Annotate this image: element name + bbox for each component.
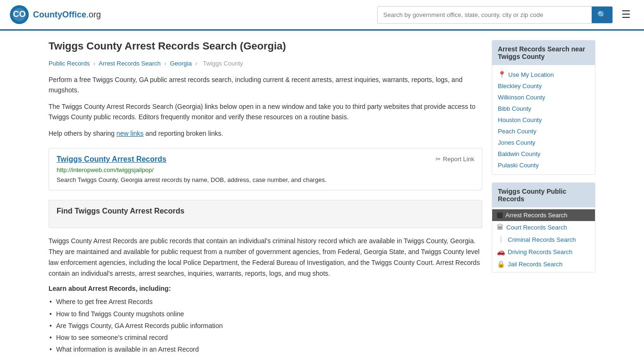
record-card-header: Twiggs County Arrest Records ✂ Report Li…	[57, 155, 474, 164]
court-icon: 🏛	[497, 223, 504, 231]
breadcrumb-arrest-records[interactable]: Arrest Records Search	[99, 60, 161, 67]
header: CO CountyOffice.org 🔍 ☰	[0, 0, 644, 31]
record-url[interactable]: http://interopweb.com/twiggsjailpop/	[57, 166, 474, 173]
hamburger-menu-button[interactable]: ☰	[618, 7, 635, 23]
logo-icon: CO	[9, 5, 29, 25]
arrest-records-link[interactable]: Arrest Records Search	[505, 212, 568, 219]
list-item[interactable]: Peach County	[492, 125, 595, 137]
new-links-link[interactable]: new links	[116, 130, 144, 137]
driving-records-link[interactable]: Driving Records Search	[508, 248, 572, 255]
nearby-section-header: Arrest Records Search near Twiggs County	[492, 41, 595, 65]
list-item[interactable]: Houston County	[492, 114, 595, 125]
logo-area: CO CountyOffice.org	[9, 5, 101, 25]
breadcrumb-public-records[interactable]: Public Records	[49, 60, 90, 67]
learn-list: Where to get free Arrest Records How to …	[49, 296, 482, 355]
bibb-county-link[interactable]: Bibb County	[498, 105, 531, 112]
list-item[interactable]: Jones County	[492, 137, 595, 148]
list-item: How to find Twiggs County mugshots onlin…	[49, 308, 482, 320]
list-item: Are Twiggs County, GA Arrest Records pub…	[49, 320, 482, 332]
sidebar: Arrest Records Search near Twiggs County…	[492, 40, 595, 355]
list-item[interactable]: Bibb County	[492, 103, 595, 114]
breadcrumb-georgia[interactable]: Georgia	[170, 60, 191, 67]
search-button[interactable]: 🔍	[592, 7, 612, 23]
svg-text:CO: CO	[13, 9, 26, 19]
scissors-icon: ✂	[436, 156, 441, 163]
jail-icon: 🔒	[497, 260, 505, 268]
list-item[interactable]: Baldwin County	[492, 148, 595, 159]
list-item: Where to get free Arrest Records	[49, 296, 482, 308]
criminal-icon: ❕	[497, 236, 505, 243]
list-item[interactable]: Bleckley County	[492, 80, 595, 91]
driving-icon: 🚗	[497, 248, 505, 255]
court-records-link[interactable]: Court Records Search	[506, 224, 567, 231]
records-item-driving[interactable]: 🚗 Driving Records Search	[492, 246, 595, 258]
list-item[interactable]: Pulaski County	[492, 159, 595, 171]
description-2: The Twiggs County Arrest Records Search …	[49, 101, 482, 123]
pulaski-county-link[interactable]: Pulaski County	[498, 162, 539, 169]
use-location-item[interactable]: 📍 Use My Location	[492, 69, 595, 80]
location-icon: 📍	[498, 71, 506, 78]
list-item: What information is available in an Arre…	[49, 344, 482, 355]
records-item-court[interactable]: 🏛 Court Records Search	[492, 221, 595, 233]
description-1: Perform a free Twiggs County, GA public …	[49, 74, 482, 96]
logo-text: CountyOffice.org	[33, 10, 101, 20]
header-right: 🔍 ☰	[377, 6, 635, 24]
nearby-county-list: 📍 Use My Location Bleckley County Wilkin…	[492, 65, 595, 174]
main-container: Twiggs County Arrest Records Search (Geo…	[39, 31, 605, 362]
nearby-section: Arrest Records Search near Twiggs County…	[492, 40, 595, 175]
content-area: Twiggs County Arrest Records Search (Geo…	[49, 40, 482, 355]
breadcrumb-twiggs: Twiggs County	[203, 60, 243, 67]
criminal-records-link[interactable]: Criminal Records Search	[508, 236, 576, 243]
list-item[interactable]: Wilkinson County	[492, 91, 595, 103]
report-link-button[interactable]: ✂ Report Link	[436, 156, 474, 163]
public-records-section: Twiggs County Public Records Arrest Reco…	[492, 182, 595, 272]
records-item-criminal[interactable]: ❕ Criminal Records Search	[492, 233, 595, 246]
find-section: Find Twiggs County Arrest Records	[49, 200, 482, 228]
page-title: Twiggs County Arrest Records Search (Geo…	[49, 40, 482, 52]
search-input[interactable]	[378, 8, 592, 22]
wilkinson-county-link[interactable]: Wilkinson County	[498, 94, 545, 101]
find-section-body: Twiggs County Arrest Records are public …	[49, 236, 482, 279]
use-location-link[interactable]: Use My Location	[508, 71, 554, 78]
public-records-header: Twiggs County Public Records	[492, 183, 595, 207]
records-item-arrest[interactable]: Arrest Records Search	[492, 209, 595, 221]
peach-county-link[interactable]: Peach County	[498, 128, 537, 135]
houston-county-link[interactable]: Houston County	[498, 116, 542, 123]
description-3: Help others by sharing new links and rep…	[49, 128, 482, 139]
learn-heading: Learn about Arrest Records, including:	[49, 285, 482, 292]
baldwin-county-link[interactable]: Baldwin County	[498, 150, 540, 157]
public-records-list: Arrest Records Search 🏛 Court Records Se…	[492, 207, 595, 272]
record-card: Twiggs County Arrest Records ✂ Report Li…	[49, 148, 482, 190]
search-bar: 🔍	[377, 6, 613, 24]
record-description: Search Twiggs County, Georgia arrest rec…	[57, 176, 474, 183]
jail-records-link[interactable]: Jail Records Search	[508, 261, 562, 268]
find-section-title: Find Twiggs County Arrest Records	[57, 207, 474, 215]
record-title-link[interactable]: Twiggs County Arrest Records	[57, 155, 166, 164]
active-square-icon	[497, 213, 503, 218]
jones-county-link[interactable]: Jones County	[498, 139, 536, 146]
list-item: How to see someone's criminal record	[49, 332, 482, 344]
bleckley-county-link[interactable]: Bleckley County	[498, 82, 542, 90]
records-item-jail[interactable]: 🔒 Jail Records Search	[492, 258, 595, 270]
breadcrumb: Public Records › Arrest Records Search ›…	[49, 60, 482, 67]
